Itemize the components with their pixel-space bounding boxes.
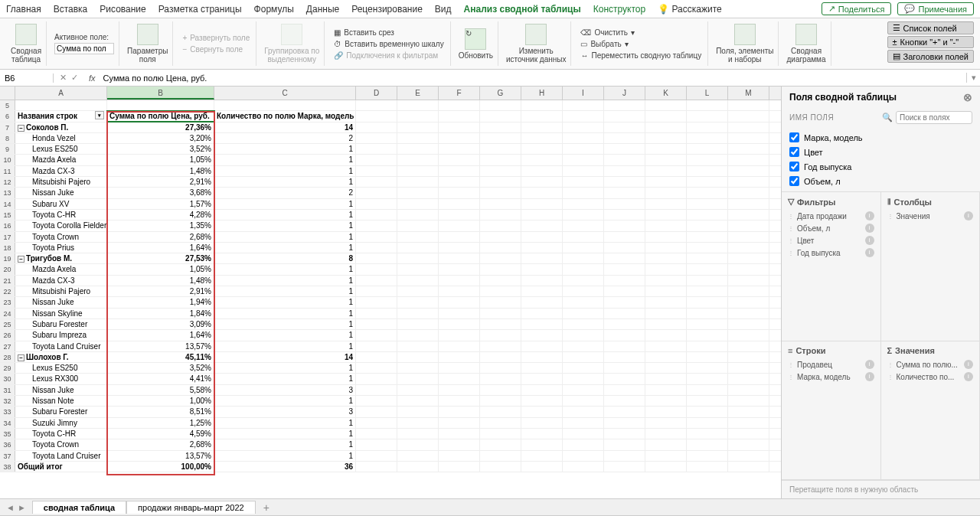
col-header-h[interactable]: H — [521, 87, 563, 100]
cell-empty[interactable] — [604, 451, 645, 461]
cell-empty[interactable] — [521, 199, 563, 209]
cell-empty[interactable] — [397, 352, 439, 362]
cell-empty[interactable] — [521, 341, 563, 351]
cell-b[interactable]: 4,41% — [107, 374, 214, 384]
sheet-tab-sales[interactable]: продажи январь-март 2022 — [126, 501, 256, 514]
cell-b[interactable]: 1,25% — [107, 418, 214, 428]
cell-empty[interactable] — [397, 122, 439, 132]
cell-empty[interactable] — [604, 210, 645, 220]
cell-c[interactable]: 1 — [214, 243, 356, 253]
cell-c[interactable]: 14 — [214, 122, 356, 132]
field-checkbox-row[interactable]: Цвет — [789, 145, 972, 159]
cell-empty[interactable] — [521, 166, 563, 176]
cell-empty[interactable] — [563, 374, 604, 384]
cell-empty[interactable] — [521, 352, 563, 362]
ribbon-clear[interactable]: ⌫Очистить ▾ — [579, 28, 636, 38]
grid-row[interactable]: 34Suzuki Jimny1,25%1 — [0, 418, 781, 429]
cell-empty[interactable] — [521, 210, 563, 220]
cell-a[interactable]: −Шолохов Г. — [15, 352, 107, 362]
cell-empty[interactable] — [521, 111, 563, 121]
cell-empty[interactable] — [563, 210, 604, 220]
grid-row[interactable]: 32Nissan Note1,00%1 — [0, 396, 781, 407]
cell-empty[interactable] — [645, 363, 687, 373]
row-header[interactable]: 25 — [0, 319, 15, 329]
cell-empty[interactable] — [728, 122, 769, 132]
cell-empty[interactable] — [356, 155, 397, 165]
cell-c[interactable]: 1 — [214, 297, 356, 307]
cell-empty[interactable] — [645, 111, 687, 121]
cell-empty[interactable] — [439, 330, 480, 340]
cell-empty[interactable] — [604, 199, 645, 209]
cell-empty[interactable] — [687, 188, 728, 198]
cell-empty[interactable] — [480, 188, 521, 198]
cell-empty[interactable] — [356, 286, 397, 296]
cell-empty[interactable] — [439, 232, 480, 242]
row-header[interactable]: 34 — [0, 418, 15, 428]
cell-empty[interactable] — [356, 188, 397, 198]
cell-empty[interactable] — [563, 100, 604, 110]
info-icon[interactable]: i — [865, 236, 874, 245]
cell-empty[interactable] — [728, 220, 769, 230]
field-checkbox[interactable] — [789, 162, 799, 171]
cell-empty[interactable] — [480, 276, 521, 286]
cell-empty[interactable] — [645, 144, 687, 154]
cell-empty[interactable] — [439, 133, 480, 143]
cell-b[interactable]: 2,68% — [107, 232, 214, 242]
cell-empty[interactable] — [604, 286, 645, 296]
menu-pivot-analyze[interactable]: Анализ сводной таблицы — [464, 4, 581, 15]
cell-empty[interactable] — [397, 286, 439, 296]
cell-empty[interactable] — [480, 429, 521, 439]
cell-empty[interactable] — [604, 341, 645, 351]
cell-empty[interactable] — [728, 210, 769, 220]
cell-empty[interactable] — [439, 276, 480, 286]
cell-empty[interactable] — [521, 276, 563, 286]
cell-empty[interactable] — [356, 264, 397, 274]
cell-empty[interactable] — [563, 352, 604, 362]
cell-empty[interactable] — [687, 100, 728, 110]
cell-empty[interactable] — [728, 264, 769, 274]
cell-c[interactable]: 1 — [214, 276, 356, 286]
accept-icon[interactable]: ✓ — [71, 73, 78, 83]
ribbon-pivot-table[interactable]: Сводная таблица — [11, 24, 41, 64]
cell-empty[interactable] — [356, 319, 397, 329]
cell-empty[interactable] — [356, 418, 397, 428]
cell-empty[interactable] — [687, 319, 728, 329]
area-columns[interactable]: ⦀Столбцы ⋮Значенияi — [881, 192, 981, 341]
cell-empty[interactable] — [645, 177, 687, 187]
cell-empty[interactable] — [687, 429, 728, 439]
cell-empty[interactable] — [563, 276, 604, 286]
col-header-e[interactable]: E — [397, 87, 439, 100]
cell-empty[interactable] — [604, 177, 645, 187]
cell-empty[interactable] — [728, 232, 769, 242]
cell-empty[interactable] — [645, 429, 687, 439]
cell-empty[interactable] — [439, 188, 480, 198]
cell-empty[interactable] — [604, 122, 645, 132]
cell-empty[interactable] — [397, 341, 439, 351]
cell-a[interactable]: Lexus ES250 — [15, 144, 107, 154]
row-header[interactable]: 23 — [0, 297, 15, 307]
area-item[interactable]: ⋮Количество по...i — [887, 371, 974, 383]
cell-c[interactable] — [214, 100, 356, 110]
cell-c[interactable]: 1 — [214, 210, 356, 220]
cell-empty[interactable] — [645, 418, 687, 428]
cell-empty[interactable] — [604, 155, 645, 165]
cell-empty[interactable] — [604, 253, 645, 263]
cell-empty[interactable] — [397, 264, 439, 274]
area-item[interactable]: ⋮Дата продажиi — [788, 210, 874, 222]
ribbon-field-headers-toggle[interactable]: ▤Заголовки полей — [887, 50, 974, 63]
cell-empty[interactable] — [645, 407, 687, 416]
cell-empty[interactable] — [687, 407, 728, 416]
cell-empty[interactable] — [563, 385, 604, 395]
cell-empty[interactable] — [521, 243, 563, 253]
area-item[interactable]: ⋮Год выпускаi — [788, 247, 874, 259]
cell-empty[interactable] — [645, 462, 687, 472]
cell-c[interactable]: 1 — [214, 232, 356, 242]
menu-review[interactable]: Рецензирование — [351, 4, 423, 15]
menu-pagelayout[interactable]: Разметка страницы — [158, 4, 242, 15]
ribbon-pivot-chart[interactable]: Сводная диаграмма — [786, 24, 825, 64]
cell-empty[interactable] — [645, 122, 687, 132]
collapse-icon[interactable]: − — [18, 125, 24, 132]
cell-empty[interactable] — [356, 100, 397, 110]
cell-empty[interactable] — [687, 439, 728, 449]
field-checkbox-row[interactable]: Год выпуска — [789, 159, 972, 174]
